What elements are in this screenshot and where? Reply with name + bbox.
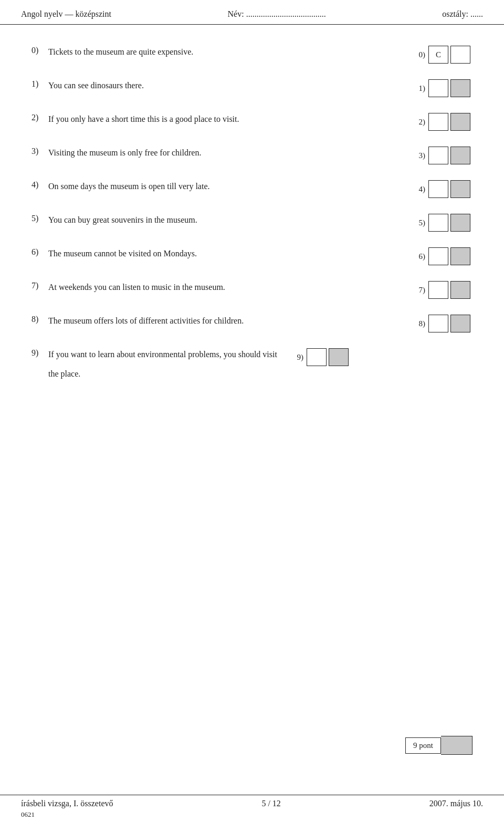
question-num-4: 4) — [32, 180, 48, 190]
question-text-3: Visiting the museum is only free for chi… — [48, 147, 410, 159]
answer-box2-3[interactable] — [450, 147, 470, 164]
answer-box2-4[interactable] — [450, 180, 470, 198]
question-num-2: 2) — [32, 113, 48, 122]
question-row-2: 2)If you only have a short time this is … — [32, 113, 472, 131]
question9-container: 9)If you want to learn about environment… — [32, 348, 472, 379]
question-text-2: If you only have a short time this is a … — [48, 113, 410, 126]
question-num-0: 0) — [32, 46, 48, 55]
question-row-0: 0)Tickets to the museum are quite expens… — [32, 46, 472, 64]
footer-left: írásbeli vizsga, I. összetevő — [21, 799, 113, 808]
question-row-7: 7)At weekends you can listen to music in… — [32, 281, 472, 299]
answer-boxes-7: 7) — [410, 281, 472, 299]
answer-num-7: 7) — [410, 286, 425, 295]
answer-box2-2[interactable] — [450, 113, 470, 131]
answer-num-8: 8) — [410, 319, 425, 328]
question-num-7: 7) — [32, 281, 48, 290]
answer-box2-6[interactable] — [450, 247, 470, 265]
answer-boxes-0: 0)C — [410, 46, 472, 64]
answer-boxes-4: 4) — [410, 180, 472, 198]
answer-num-0: 0) — [410, 50, 425, 59]
answer-box1-6[interactable] — [428, 247, 448, 265]
page-header: Angol nyelv — középszint Név: ..........… — [0, 0, 504, 25]
question-row-5: 5)You can buy great souvenirs in the mus… — [32, 214, 472, 232]
answer-boxes-5: 5) — [410, 214, 472, 232]
question-row-4: 4)On some days the museum is open till v… — [32, 180, 472, 198]
answer-box2-7[interactable] — [450, 281, 470, 299]
header-right: osztály: ...... — [442, 9, 483, 19]
main-content: 0)Tickets to the museum are quite expens… — [0, 25, 504, 786]
answer-box2-5[interactable] — [450, 214, 470, 232]
answer-num-1: 1) — [410, 84, 425, 93]
answer-boxes-1: 1) — [410, 79, 472, 97]
answer-box1-3[interactable] — [428, 147, 448, 164]
question-row-6: 6)The museum cannot be visited on Monday… — [32, 247, 472, 265]
answer-box1-9[interactable] — [307, 348, 327, 366]
question-row-8: 8)The museum offers lots of different ac… — [32, 315, 472, 332]
question-num-1: 1) — [32, 79, 48, 89]
answer-box2-8[interactable] — [450, 315, 470, 332]
question-text-0: Tickets to the museum are quite expensiv… — [48, 46, 410, 58]
question-text-1: You can see dinosaurs there. — [48, 79, 410, 92]
question-num-3: 3) — [32, 147, 48, 156]
answer-box1-5[interactable] — [428, 214, 448, 232]
question-row-9: 9)If you want to learn about environment… — [32, 348, 472, 366]
question-num-6: 6) — [32, 247, 48, 257]
answer-box1-0[interactable]: C — [428, 46, 448, 64]
answer-num-2: 2) — [410, 118, 425, 127]
questions-container: 0)Tickets to the museum are quite expens… — [32, 46, 472, 332]
pont-row: 9 pont — [405, 736, 472, 755]
answer-box2-0[interactable] — [450, 46, 470, 64]
question-num-8: 8) — [32, 315, 48, 324]
answer-box2-1[interactable] — [450, 79, 470, 97]
question-text-5: You can buy great souvenirs in the museu… — [48, 214, 410, 226]
pont-box — [441, 736, 472, 755]
question-text-7: At weekends you can listen to music in t… — [48, 281, 410, 294]
question-row-3: 3)Visiting the museum is only free for c… — [32, 147, 472, 164]
answer-box1-4[interactable] — [428, 180, 448, 198]
answer-box1-8[interactable] — [428, 315, 448, 332]
answer-num-4: 4) — [410, 185, 425, 194]
page-footer: írásbeli vizsga, I. összetevő 5 / 12 200… — [0, 795, 504, 822]
answer-boxes-8: 8) — [410, 315, 472, 332]
question-num-5: 5) — [32, 214, 48, 223]
pont-label: 9 pont — [405, 737, 441, 754]
answer-box1-2[interactable] — [428, 113, 448, 131]
footer-code: 0621 — [0, 810, 504, 822]
question-text-4: On some days the museum is open till ver… — [48, 180, 410, 193]
answer-num-9: 9) — [288, 353, 303, 362]
footer-right: 2007. május 10. — [429, 799, 483, 808]
header-center: Név: ...................................… — [228, 9, 326, 19]
question-text-9-part1: If you want to learn about environmental… — [48, 348, 277, 361]
header-left: Angol nyelv — középszint — [21, 9, 111, 19]
question-text-9-part2: the place. — [48, 369, 472, 379]
answer-box1-1[interactable] — [428, 79, 448, 97]
question-num-9: 9) — [32, 348, 48, 358]
question-text-6: The museum cannot be visited on Mondays. — [48, 247, 410, 260]
answer-box1-7[interactable] — [428, 281, 448, 299]
answer-box2-9[interactable] — [329, 348, 349, 366]
answer-boxes-6: 6) — [410, 247, 472, 265]
question-row-1: 1)You can see dinosaurs there.1) — [32, 79, 472, 97]
footer-top-line: írásbeli vizsga, I. összetevő 5 / 12 200… — [0, 795, 504, 810]
footer-center: 5 / 12 — [261, 799, 280, 808]
answer-num-3: 3) — [410, 151, 425, 160]
answer-boxes-9: 9) — [288, 348, 351, 366]
answer-boxes-3: 3) — [410, 147, 472, 164]
answer-num-6: 6) — [410, 252, 425, 261]
question-text-8: The museum offers lots of different acti… — [48, 315, 410, 327]
answer-boxes-2: 2) — [410, 113, 472, 131]
answer-num-5: 5) — [410, 218, 425, 227]
